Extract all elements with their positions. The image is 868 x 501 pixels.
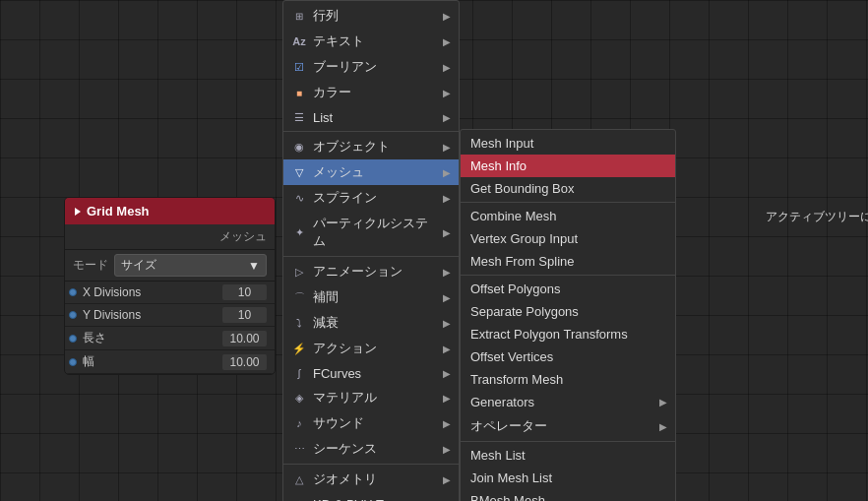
mat-icon: ◈ xyxy=(291,390,307,406)
submenu-item-mesh-list[interactable]: Mesh List xyxy=(461,444,675,467)
menu-item-geometry[interactable]: △ ジオメトリ ▶ xyxy=(283,467,459,492)
mesh-icon: ▽ xyxy=(291,164,307,180)
submenu-item-extract-polygon[interactable]: Extract Polygon Transforms xyxy=(461,323,675,345)
seq-icon: ⋯ xyxy=(291,441,307,457)
anim-icon: ▷ xyxy=(291,264,307,280)
mesh-submenu: Mesh Input Mesh Info Get Bounding Box Co… xyxy=(460,129,676,501)
arrow-icon: ▶ xyxy=(443,292,451,303)
menu-item-falloff[interactable]: ⤵ 減衰 ▶ xyxy=(283,310,459,336)
obj-icon: ◉ xyxy=(291,139,307,155)
mode-select[interactable]: サイズ ▼ xyxy=(114,254,267,277)
mesh-info-label: Mesh Info xyxy=(470,158,527,173)
connector-dot xyxy=(69,358,77,366)
submenu-item-combine-mesh[interactable]: Combine Mesh アクティブツリーにノードを追加します。 xyxy=(461,205,675,227)
submenu-item-join-mesh-list[interactable]: Join Mesh List xyxy=(461,467,675,489)
menu-item-interpolate[interactable]: ⌒ 補間 ▶ xyxy=(283,284,459,310)
bmesh-mesh-label: BMesh Mesh xyxy=(470,493,545,501)
arrow-icon: ▶ xyxy=(443,167,451,178)
arrow-icon: ▶ xyxy=(443,368,451,379)
menu-item-color[interactable]: ■ カラー ▶ xyxy=(283,80,459,105)
menu-item-particle[interactable]: ✦ パーティクルシステム ▶ xyxy=(283,211,459,254)
mesh-from-spline-label: Mesh From Spline xyxy=(470,254,574,269)
y-divisions-value[interactable]: 10 xyxy=(222,307,267,323)
submenu-item-bmesh-mesh[interactable]: BMesh Mesh xyxy=(461,489,675,501)
menu-item-bvh[interactable]: ⊕ KD & BVH Tree ▶ xyxy=(283,492,459,501)
submenu-item-operators[interactable]: オペレーター ▶ xyxy=(461,413,675,439)
separator xyxy=(461,441,675,442)
submenu-item-mesh-input[interactable]: Mesh Input xyxy=(461,132,675,155)
submenu-item-offset-vertices[interactable]: Offset Vertices xyxy=(461,345,675,368)
menu-item-sequence[interactable]: ⋯ シーケンス ▶ xyxy=(283,436,459,462)
x-divisions-value[interactable]: 10 xyxy=(222,284,267,300)
offset-vertices-label: Offset Vertices xyxy=(470,349,553,364)
field-row-width: 幅 10.00 xyxy=(65,350,275,374)
menu-label-particle: パーティクルシステム xyxy=(313,215,437,250)
arrow-icon: ▶ xyxy=(443,88,451,98)
grid-mesh-node: Grid Mesh メッシュ モード サイズ ▼ X Divisions 10 … xyxy=(64,197,276,375)
arrow-icon: ▶ xyxy=(443,444,451,455)
fcurve-icon: ∫ xyxy=(291,365,307,381)
mesh-list-label: Mesh List xyxy=(470,448,526,463)
node-header: Grid Mesh xyxy=(65,198,275,224)
menu-label-falloff: 減衰 xyxy=(313,314,437,332)
spline-icon: ∿ xyxy=(291,190,307,206)
menu-label-bvh: KD & BVH Tree xyxy=(313,497,437,502)
mode-row: モード サイズ ▼ xyxy=(65,250,275,282)
connector-dot xyxy=(69,288,77,296)
arrow-icon: ▶ xyxy=(443,193,451,204)
submenu-item-vertex-group[interactable]: Vertex Group Input xyxy=(461,227,675,250)
collapse-icon[interactable] xyxy=(75,208,81,216)
menu-item-material[interactable]: ◈ マテリアル ▶ xyxy=(283,385,459,410)
bounding-box-label: Get Bounding Box xyxy=(470,181,575,196)
menu-label-boolean: ブーリアン xyxy=(313,58,437,76)
az-icon: Az xyxy=(291,33,307,49)
menu-item-spline[interactable]: ∿ スプライン ▶ xyxy=(283,185,459,211)
width-value[interactable]: 10.00 xyxy=(222,354,267,370)
submenu-item-separate-polygons[interactable]: Separate Polygons xyxy=(461,300,675,323)
mode-value: サイズ xyxy=(121,257,156,274)
separator xyxy=(283,131,459,132)
menu-label-geometry: ジオメトリ xyxy=(313,470,437,488)
separator xyxy=(283,464,459,465)
menu-item-boolean[interactable]: ☑ ブーリアン ▶ xyxy=(283,54,459,80)
length-value[interactable]: 10.00 xyxy=(222,331,267,346)
submenu-item-transform-mesh[interactable]: Transform Mesh xyxy=(461,368,675,391)
menu-item-list[interactable]: ☰ List ▶ xyxy=(283,105,459,129)
arrow-icon: ▶ xyxy=(443,418,451,429)
submenu-item-bounding-box[interactable]: Get Bounding Box xyxy=(461,177,675,200)
menu-item-mesh[interactable]: ▽ メッシュ ▶ xyxy=(283,159,459,185)
menu-item-text[interactable]: Az テキスト ▶ xyxy=(283,29,459,54)
menu-label-action: アクション xyxy=(313,340,437,357)
menu-label-sound: サウンド xyxy=(313,414,437,432)
menu-label-mesh: メッシュ xyxy=(313,163,437,181)
submenu-item-offset-polygons[interactable]: Offset Polygons xyxy=(461,278,675,300)
reduce-icon: ⤵ xyxy=(291,315,307,331)
connector-dot xyxy=(69,311,77,319)
menu-item-object[interactable]: ◉ オブジェクト ▶ xyxy=(283,134,459,159)
chevron-down-icon: ▼ xyxy=(248,259,260,273)
arrow-icon: ▶ xyxy=(443,62,451,73)
menu-item-action[interactable]: ⚡ アクション ▶ xyxy=(283,336,459,361)
field-row-length: 長さ 10.00 xyxy=(65,327,275,350)
arrow-icon: ▶ xyxy=(443,227,451,238)
menu-item-animation[interactable]: ▷ アニメーション ▶ xyxy=(283,259,459,284)
arrow-icon: ▶ xyxy=(443,36,451,47)
separator xyxy=(283,256,459,257)
menu-item-sound[interactable]: ♪ サウンド ▶ xyxy=(283,410,459,436)
arrow-icon: ▶ xyxy=(443,112,451,123)
combine-mesh-label: Combine Mesh xyxy=(470,209,556,223)
submenu-item-generators[interactable]: Generators ▶ xyxy=(461,391,675,413)
menu-item-grid[interactable]: ⊞ 行列 ▶ xyxy=(283,3,459,29)
field-row-x-divisions: X Divisions 10 xyxy=(65,282,275,304)
arrow-icon: ▶ xyxy=(443,393,451,404)
y-divisions-label: Y Divisions xyxy=(83,308,222,322)
menu-item-fcurves[interactable]: ∫ FCurves ▶ xyxy=(283,361,459,385)
field-row-y-divisions: Y Divisions 10 xyxy=(65,304,275,327)
menu-label-interpolate: 補間 xyxy=(313,288,437,306)
submenu-item-mesh-from-spline[interactable]: Mesh From Spline xyxy=(461,250,675,273)
submenu-item-mesh-info[interactable]: Mesh Info xyxy=(461,155,675,177)
grid-icon: ⊞ xyxy=(291,8,307,24)
menu-label-sequence: シーケンス xyxy=(313,440,437,458)
menu-label-list: List xyxy=(313,110,437,125)
arrow-icon: ▶ xyxy=(659,397,667,407)
